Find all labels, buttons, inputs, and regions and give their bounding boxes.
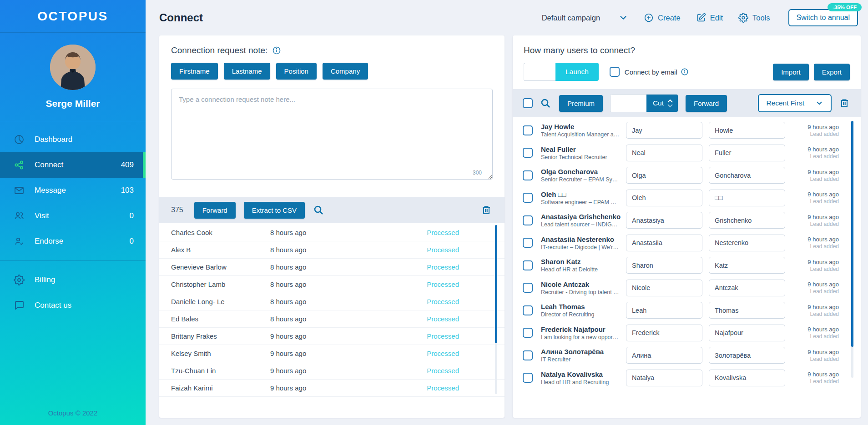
- search-icon[interactable]: [540, 97, 552, 109]
- processed-row[interactable]: Ed Bales 8 hours ago Processed: [159, 310, 505, 328]
- switch-to-annual-button[interactable]: Switch to annual: [788, 9, 858, 26]
- processed-row[interactable]: Charles Cook 8 hours ago Processed: [159, 224, 505, 241]
- campaign-select[interactable]: Default campaign: [542, 13, 628, 23]
- last-name-input[interactable]: [709, 370, 785, 386]
- last-name-input[interactable]: [709, 235, 785, 251]
- user-name[interactable]: Jay Howle: [541, 123, 574, 130]
- user-checkbox[interactable]: [523, 283, 533, 293]
- user-checkbox[interactable]: [523, 148, 533, 158]
- user-checkbox[interactable]: [523, 125, 533, 135]
- processed-row[interactable]: Christopher Lamb 8 hours ago Processed: [159, 276, 505, 293]
- sort-dropdown[interactable]: Recent First: [758, 94, 832, 112]
- select-all-checkbox[interactable]: [523, 98, 533, 108]
- trash-icon[interactable]: [839, 97, 851, 109]
- note-textarea[interactable]: [171, 89, 493, 180]
- users-count-input[interactable]: [524, 63, 555, 81]
- trash-icon[interactable]: [481, 204, 493, 216]
- user-name[interactable]: Olga Goncharova: [541, 168, 598, 175]
- processed-row[interactable]: Genevieve Barlow 8 hours ago Processed: [159, 259, 505, 276]
- user-checkbox[interactable]: [523, 170, 533, 180]
- processed-row[interactable]: Brittany Frakes 9 hours ago Processed: [159, 328, 505, 345]
- first-name-input[interactable]: [626, 212, 702, 229]
- first-name-input[interactable]: [626, 257, 702, 274]
- tools-button[interactable]: Tools: [738, 13, 770, 23]
- user-name[interactable]: Frederick Najafpour: [541, 325, 606, 333]
- last-name-input[interactable]: [709, 325, 785, 341]
- sidebar-item-billing[interactable]: Billing: [0, 267, 146, 293]
- extract-to-csv-button[interactable]: Extract to CSV: [244, 202, 305, 219]
- user-name[interactable]: Алина Золотарёва: [541, 348, 604, 355]
- forward-button[interactable]: Forward: [686, 95, 727, 112]
- last-name-input[interactable]: [709, 122, 785, 139]
- processed-row[interactable]: Faizah Karimi 9 hours ago Processed: [159, 380, 505, 397]
- last-name-input[interactable]: [709, 280, 785, 296]
- token-position-button[interactable]: Position: [276, 63, 317, 80]
- edit-button[interactable]: Edit: [696, 13, 723, 23]
- first-name-input[interactable]: [626, 145, 702, 161]
- user-checkbox[interactable]: [523, 193, 533, 203]
- info-icon[interactable]: [272, 46, 281, 55]
- last-name-input[interactable]: [709, 212, 785, 229]
- premium-button[interactable]: Premium: [559, 95, 603, 112]
- import-button[interactable]: Import: [773, 64, 809, 80]
- processed-row[interactable]: Danielle Long- Le 8 hours ago Processed: [159, 293, 505, 310]
- first-name-input[interactable]: [626, 302, 702, 319]
- processed-row[interactable]: Kelsey Smith 9 hours ago Processed: [159, 345, 505, 362]
- sidebar-item-dashboard[interactable]: Dashboard: [0, 127, 146, 152]
- last-name-input[interactable]: [709, 347, 785, 364]
- first-name-input[interactable]: [626, 370, 702, 386]
- connect-by-email-checkbox[interactable]: [610, 67, 620, 77]
- last-name-input[interactable]: [709, 257, 785, 274]
- user-checkbox[interactable]: [523, 215, 533, 225]
- forward-button[interactable]: Forward: [194, 202, 236, 219]
- last-name-input[interactable]: [709, 302, 785, 319]
- user-checkbox[interactable]: [523, 373, 533, 383]
- first-name-input[interactable]: [626, 280, 702, 296]
- scrollbar-thumb[interactable]: [851, 121, 853, 347]
- first-name-input[interactable]: [626, 190, 702, 206]
- user-checkbox[interactable]: [523, 260, 533, 270]
- user-name[interactable]: Anastasiia Nesterenko: [541, 235, 614, 243]
- sidebar-item-connect[interactable]: Connect 409: [0, 152, 146, 178]
- first-name-input[interactable]: [626, 325, 702, 341]
- sidebar-item-endorse[interactable]: Endorse 0: [0, 229, 146, 254]
- sidebar-item-contact-us[interactable]: Contact us: [0, 293, 146, 318]
- sidebar: OCTOPUS Serge Miller Dashboard Conne: [0, 0, 146, 425]
- cut-stepper[interactable]: [667, 99, 673, 108]
- user-name[interactable]: Leah Thomas: [541, 303, 585, 310]
- user-name[interactable]: Natalya Kovalivska: [541, 370, 603, 378]
- last-name-input[interactable]: [709, 167, 785, 184]
- launch-button[interactable]: Launch: [555, 63, 599, 81]
- processed-row[interactable]: Tzu-Chuan Lin 9 hours ago Processed: [159, 362, 505, 380]
- processed-row[interactable]: Alex B 8 hours ago Processed: [159, 241, 505, 259]
- create-button[interactable]: Create: [644, 13, 681, 23]
- cut-button[interactable]: Cut: [646, 95, 678, 112]
- first-name-input[interactable]: [626, 167, 702, 184]
- cut-amount-input[interactable]: [611, 95, 646, 112]
- token-firstname-button[interactable]: Firstname: [171, 63, 218, 80]
- user-checkbox[interactable]: [523, 238, 533, 248]
- sidebar-item-visit[interactable]: Visit 0: [0, 203, 146, 229]
- user-name[interactable]: Nicole Antczak: [541, 280, 589, 288]
- last-name-input[interactable]: [709, 190, 785, 206]
- first-name-input[interactable]: [626, 122, 702, 139]
- first-name-input[interactable]: [626, 235, 702, 251]
- scrollbar[interactable]: [495, 225, 497, 394]
- user-checkbox[interactable]: [523, 305, 533, 315]
- user-checkbox[interactable]: [523, 328, 533, 338]
- sidebar-item-message[interactable]: Message 103: [0, 178, 146, 203]
- user-name[interactable]: Sharon Katz: [541, 258, 581, 265]
- scrollbar-thumb[interactable]: [495, 225, 497, 343]
- scrollbar[interactable]: [851, 121, 853, 378]
- last-name-input[interactable]: [709, 145, 785, 161]
- user-name[interactable]: Oleh □□: [541, 190, 566, 198]
- token-lastname-button[interactable]: Lastname: [224, 63, 270, 80]
- user-name[interactable]: Neal Fuller: [541, 145, 576, 153]
- first-name-input[interactable]: [626, 347, 702, 364]
- token-company-button[interactable]: Company: [323, 63, 368, 80]
- search-icon[interactable]: [313, 204, 325, 216]
- info-icon[interactable]: [681, 68, 689, 76]
- export-button[interactable]: Export: [814, 64, 850, 80]
- user-checkbox[interactable]: [523, 350, 533, 360]
- user-name[interactable]: Anastasiya Grishchenko: [541, 213, 621, 220]
